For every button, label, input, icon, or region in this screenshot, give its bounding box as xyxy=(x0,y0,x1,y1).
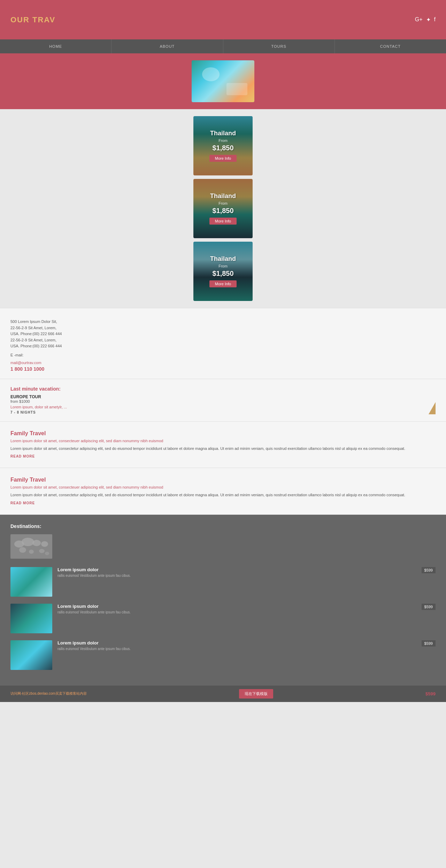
blog-subtitle-1: Lorem ipsum dolor sit amet, consecteuer … xyxy=(10,439,436,443)
dest-name-1: Lorem ipsum dolor xyxy=(57,567,436,572)
dest-price-2: $599 xyxy=(422,604,436,610)
last-minute-section: Last minute vacation: EUROPE TOUR from $… xyxy=(0,379,446,422)
dest-desc-3: rallis euismod Vestibulum ante ipsum fau… xyxy=(57,647,436,651)
dest-item-3: Lorem ipsum dolor rallis euismod Vestibu… xyxy=(10,640,436,670)
tour-card-overlay-3: Thailand From $1,850 More Info xyxy=(193,242,253,301)
tour-from-2: From xyxy=(218,201,228,205)
svg-point-3 xyxy=(32,540,41,546)
hero-image xyxy=(192,60,254,102)
svg-point-7 xyxy=(39,549,45,553)
lm-price: from $1000 xyxy=(10,399,436,403)
logo-text-1: OUR TR xyxy=(10,15,44,24)
destinations-title: Destinations: xyxy=(10,523,436,529)
tour-card-1[interactable]: Thailand From $1,850 More Info xyxy=(193,116,253,175)
svg-point-5 xyxy=(19,547,26,553)
svg-point-6 xyxy=(29,550,34,554)
address-line-4: 22-56-2-9 Sit Amet, Lorem, xyxy=(10,337,436,344)
tour-price-1: $1,850 xyxy=(212,144,233,152)
dest-price-1: $599 xyxy=(422,567,436,573)
nav-contact[interactable]: CONTACT xyxy=(335,39,446,53)
tour-card-2[interactable]: Thailand From $1,850 More Info xyxy=(193,179,253,238)
nav-tours[interactable]: TOURS xyxy=(223,39,335,53)
triangle-decoration-icon xyxy=(429,402,436,414)
dest-info-3: Lorem ipsum dolor rallis euismod Vestibu… xyxy=(52,640,436,651)
blog-title-2: Family Travel xyxy=(10,477,436,483)
address-line-3: USA. Phone:(00) 222 666 444 xyxy=(10,331,436,337)
facebook-icon[interactable]: f xyxy=(434,16,436,23)
address-line-1: 500 Lorem Ipsum Dolor Sit, xyxy=(10,319,436,325)
dest-name-2: Lorem ipsum dolor xyxy=(57,604,436,609)
blog-body-1: Lorem ipsum dolor sit amet, consectetur … xyxy=(10,446,436,452)
google-plus-icon[interactable]: G+ xyxy=(415,16,423,23)
dest-thumb-1 xyxy=(10,567,52,597)
tour-btn-2[interactable]: More Info xyxy=(209,218,237,225)
contact-section: 500 Lorem Ipsum Dolor Sit, 22-56-2-9 Sit… xyxy=(0,308,446,379)
email-value[interactable]: mail@ourtrav.com xyxy=(10,361,436,365)
dest-price-3: $599 xyxy=(422,640,436,647)
lm-nights: 7 - 8 NIGHTS xyxy=(10,410,436,414)
svg-point-2 xyxy=(22,538,34,546)
address-line-5: USA. Phone:(00) 222 666 444 xyxy=(10,343,436,349)
hero-banner xyxy=(0,53,446,109)
tour-btn-1[interactable]: More Info xyxy=(209,155,237,162)
blog-body-2: Lorem ipsum dolor sit amet, consectetur … xyxy=(10,492,436,498)
main-nav: HOME ABOUT TOURS CONTACT xyxy=(0,39,446,53)
blog-title-1: Family Travel xyxy=(10,430,436,437)
blog-subtitle-2: Lorem ipsum dolor sit amet, consecteuer … xyxy=(10,485,436,489)
dest-name-3: Lorem ipsum dolor xyxy=(57,640,436,646)
logo-text-2: AV xyxy=(44,15,55,24)
svg-point-8 xyxy=(45,552,49,555)
tour-price-2: $1,850 xyxy=(212,207,233,215)
tour-card-3[interactable]: Thailand From $1,850 More Info xyxy=(193,242,253,301)
dest-desc-2: rallis euismod Vestibulum ante ipsum fau… xyxy=(57,610,436,614)
tour-destination-2: Thailand xyxy=(210,193,236,200)
tour-destination-1: Thailand xyxy=(210,130,236,137)
blog-post-2: Family Travel Lorem ipsum dolor sit amet… xyxy=(0,468,446,515)
dest-thumb-3 xyxy=(10,640,52,670)
footer-watermark: 访问网-社区zbos.denlao.com买卖下载模客站内容 xyxy=(10,691,87,696)
last-minute-title: Last minute vacation: xyxy=(10,386,436,392)
phone-value: 1 800 110 1000 xyxy=(10,366,436,372)
tour-from-1: From xyxy=(218,138,228,143)
lm-tour-name: EUROPE TOUR xyxy=(10,394,436,399)
tour-price-3: $1,850 xyxy=(212,270,233,278)
twitter-icon[interactable]: ✦ xyxy=(426,16,431,23)
tour-btn-3[interactable]: More Info xyxy=(209,280,237,287)
dest-info-2: Lorem ipsum dolor rallis euismod Vestibu… xyxy=(52,604,436,614)
tour-card-overlay-2: Thailand From $1,850 More Info xyxy=(193,179,253,238)
footer-bottom: 访问网-社区zbos.denlao.com买卖下载模客站内容 现在下载模版 $5… xyxy=(0,686,446,702)
email-label: E -mail: xyxy=(10,352,436,358)
dest-thumb-2 xyxy=(10,604,52,633)
read-more-1[interactable]: READ MORE xyxy=(10,454,35,458)
lm-desc: Lorem ipsum, dolor sit ametylr, ... xyxy=(10,405,436,409)
tours-section: Thailand From $1,850 More Info Thailand … xyxy=(0,109,446,308)
tour-destination-3: Thailand xyxy=(210,255,236,263)
footer-price: $599 xyxy=(425,691,436,696)
svg-point-4 xyxy=(41,541,48,547)
header: OUR TRAV G+ ✦ f xyxy=(0,0,446,39)
dest-desc-1: rallis euismod Vestibulum ante ipsum fau… xyxy=(57,574,436,578)
blog-post-1: Family Travel Lorem ipsum dolor sit amet… xyxy=(0,422,446,468)
destinations-section: Destinations: Lorem ipsum dolor rallis e… xyxy=(0,515,446,686)
nav-home[interactable]: HOME xyxy=(0,39,112,53)
dest-item-2: Lorem ipsum dolor rallis euismod Vestibu… xyxy=(10,604,436,633)
social-icons: G+ ✦ f xyxy=(415,16,436,23)
address-line-2: 22-56-2-9 Sit Amet, Lorem, xyxy=(10,325,436,331)
dest-info-1: Lorem ipsum dolor rallis euismod Vestibu… xyxy=(52,567,436,578)
dest-item-1: Lorem ipsum dolor rallis euismod Vestibu… xyxy=(10,567,436,597)
logo: OUR TRAV xyxy=(10,15,55,24)
world-map-icon xyxy=(10,534,52,559)
nav-about[interactable]: ABOUT xyxy=(112,39,223,53)
tour-from-3: From xyxy=(218,264,228,268)
read-more-2[interactable]: READ MORE xyxy=(10,501,35,505)
download-button[interactable]: 现在下载模版 xyxy=(239,689,273,699)
tour-card-overlay-1: Thailand From $1,850 More Info xyxy=(193,116,253,175)
